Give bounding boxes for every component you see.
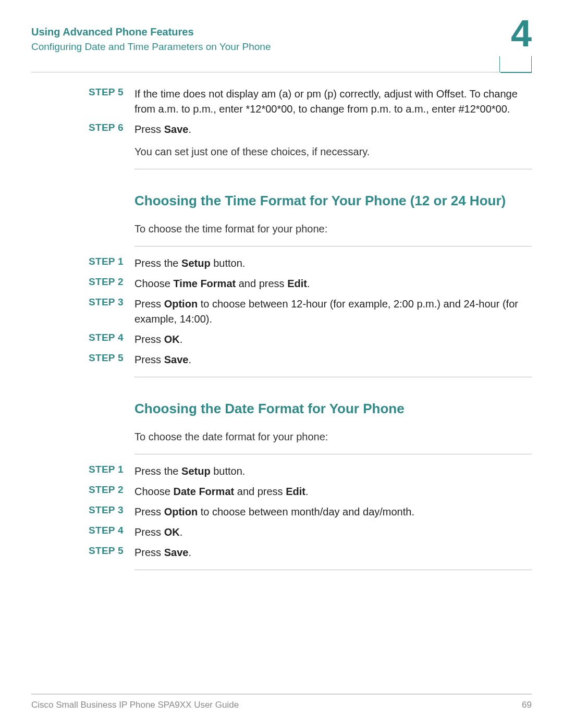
section-title-time-format: Choosing the Time Format for Your Phone … [134, 192, 532, 210]
footer-doc-title: Cisco Small Business IP Phone SPA9XX Use… [31, 700, 239, 710]
step-label: STEP 5 [89, 87, 134, 98]
step-text: Press Option to choose between 12-hour (… [134, 297, 532, 327]
step-text: Press Save. [134, 545, 532, 560]
section-title-date-format: Choosing the Date Format for Your Phone [134, 400, 532, 418]
step-row: STEP 3 Press Option to choose between 12… [89, 297, 532, 327]
step-label: STEP 3 [89, 504, 134, 516]
step-label: STEP 4 [89, 332, 134, 343]
step-note: You can set just one of these choices, i… [134, 144, 532, 159]
header-subtitle: Configuring Date and Time Parameters on … [31, 41, 532, 53]
step-row: STEP 4 Press OK. [89, 332, 532, 347]
step-text: If the time does not display am (a) or p… [134, 87, 532, 117]
step-text: Press Save. [134, 122, 532, 137]
step-row: STEP 6 Press Save. [89, 122, 532, 137]
step-text: Press the Setup button. [134, 464, 532, 479]
step-label: STEP 5 [89, 352, 134, 364]
footer-rule [31, 694, 532, 695]
footer-page-number: 69 [522, 700, 532, 710]
step-text: Choose Time Format and press Edit. [134, 276, 532, 291]
page-footer: Cisco Small Business IP Phone SPA9XX Use… [31, 694, 532, 710]
chapter-tab-decoration [499, 56, 532, 72]
step-text: Press Save. [134, 352, 532, 367]
chapter-number: 4 [511, 15, 532, 52]
horizontal-rule [134, 246, 532, 246]
step-row: STEP 5 If the time does not display am (… [89, 87, 532, 117]
step-row: STEP 2 Choose Date Format and press Edit… [89, 484, 532, 499]
step-label: STEP 1 [89, 464, 134, 475]
step-text: Press Option to choose between month/day… [134, 504, 532, 520]
header-rule [31, 72, 532, 72]
horizontal-rule [134, 570, 532, 570]
step-row: STEP 3 Press Option to choose between mo… [89, 504, 532, 520]
step-label: STEP 1 [89, 256, 134, 267]
step-text: Choose Date Format and press Edit. [134, 484, 532, 499]
header-title: Using Advanced Phone Features [31, 26, 532, 38]
horizontal-rule [134, 169, 532, 169]
step-row: STEP 2 Choose Time Format and press Edit… [89, 276, 532, 291]
horizontal-rule [134, 454, 532, 454]
page: Using Advanced Phone Features Configurin… [0, 0, 563, 728]
horizontal-rule [134, 377, 532, 377]
step-text: Press the Setup button. [134, 256, 532, 271]
step-label: STEP 4 [89, 525, 134, 536]
step-label: STEP 3 [89, 297, 134, 308]
step-label: STEP 2 [89, 484, 134, 496]
step-row: STEP 4 Press OK. [89, 525, 532, 540]
section-intro: To choose the date format for your phone… [134, 429, 532, 445]
step-row: STEP 5 Press Save. [89, 545, 532, 560]
step-row: STEP 5 Press Save. [89, 352, 532, 367]
step-row: STEP 1 Press the Setup button. [89, 464, 532, 479]
step-label: STEP 5 [89, 545, 134, 557]
step-text: Press OK. [134, 525, 532, 540]
step-label: STEP 6 [89, 122, 134, 133]
step-label: STEP 2 [89, 276, 134, 288]
content-indent: STEP 5 If the time does not display am (… [89, 87, 532, 570]
step-row: STEP 1 Press the Setup button. [89, 256, 532, 271]
section-intro: To choose the time format for your phone… [134, 221, 532, 237]
step-text: Press OK. [134, 332, 532, 347]
footer-row: Cisco Small Business IP Phone SPA9XX Use… [31, 700, 532, 710]
content-area: STEP 5 If the time does not display am (… [31, 83, 532, 579]
